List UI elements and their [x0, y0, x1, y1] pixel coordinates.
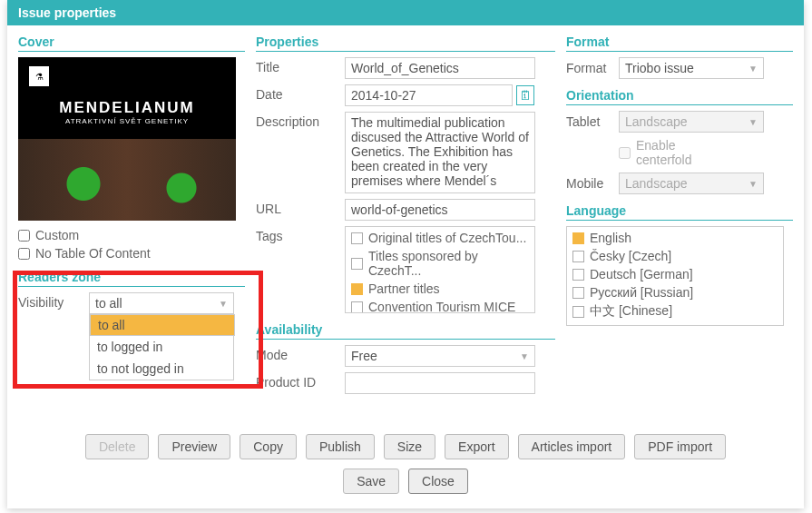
tag-item[interactable]: Convention Tourism MICE: [347, 298, 533, 313]
cover-image[interactable]: ⚗ MENDELIANUM ATRAKTIVNÍ SVĚT GENETIKY: [18, 57, 236, 221]
chevron-down-icon: ▼: [748, 179, 758, 189]
visibility-row: Visibility to all ▼ to all to logged in …: [18, 292, 245, 314]
chevron-down-icon: ▼: [219, 299, 228, 309]
no-toc-checkbox-input[interactable]: [18, 248, 30, 260]
dialog-body: Cover ⚗ MENDELIANUM ATRAKTIVNÍ SVĚT GENE…: [7, 25, 804, 409]
language-item[interactable]: English: [569, 229, 781, 247]
cover-texture: [18, 139, 236, 221]
tablet-row: Tablet Landscape ▼: [566, 111, 793, 133]
size-button[interactable]: Size: [384, 434, 435, 459]
tag-item[interactable]: Original titles of CzechTou...: [347, 229, 533, 247]
chevron-down-icon: ▼: [748, 64, 758, 74]
tablet-select-value: Landscape: [625, 114, 688, 129]
availability-section: Availability Mode Free ▼ Product ID: [256, 322, 555, 394]
chevron-down-icon: ▼: [748, 117, 758, 127]
format-row: Format Triobo issue ▼: [566, 57, 793, 79]
language-label: 中文 [Chinese]: [590, 303, 672, 320]
tags-listbox[interactable]: Original titles of CzechTou... Titles sp…: [345, 226, 535, 313]
date-input-wrap: 🗓: [345, 84, 534, 106]
language-label: Deutsch [German]: [590, 267, 693, 281]
centerfold-checkbox[interactable]: Enable centerfold: [619, 138, 664, 167]
cover-image-title: MENDELIANUM: [18, 99, 236, 117]
articles-import-button[interactable]: Articles import: [518, 434, 626, 459]
custom-checkbox-label: Custom: [35, 228, 79, 242]
visibility-select[interactable]: to all ▼: [89, 292, 234, 314]
visibility-option-logged-in[interactable]: to logged in: [90, 336, 233, 358]
language-label: Русский [Russian]: [590, 285, 693, 300]
description-textarea[interactable]: [345, 112, 535, 193]
cover-section: Cover ⚗ MENDELIANUM ATRAKTIVNÍ SVĚT GENE…: [18, 35, 245, 261]
title-input[interactable]: [345, 57, 535, 79]
availability-section-title: Availability: [256, 322, 555, 340]
properties-section-title: Properties: [256, 35, 555, 52]
mobile-select-value: Landscape: [625, 176, 688, 191]
no-toc-checkbox-label: No Table Of Content: [35, 246, 151, 261]
checkbox-icon: [572, 269, 584, 281]
date-label: Date: [256, 84, 338, 102]
language-item[interactable]: Deutsch [German]: [569, 265, 781, 283]
checkbox-icon: [351, 258, 363, 270]
orientation-section-title: Orientation: [566, 88, 793, 105]
product-id-input[interactable]: [345, 372, 535, 394]
delete-button[interactable]: Delete: [85, 434, 149, 459]
tag-label: Titles sponsored by CzechT...: [368, 249, 529, 278]
publish-button[interactable]: Publish: [306, 434, 375, 459]
url-label: URL: [256, 199, 338, 216]
export-button[interactable]: Export: [445, 434, 508, 459]
tablet-label: Tablet: [566, 114, 611, 129]
centerfold-checkbox-input[interactable]: [619, 147, 631, 159]
format-select-value: Triobo issue: [625, 61, 694, 75]
language-item[interactable]: 中文 [Chinese]: [569, 301, 781, 321]
chevron-down-icon: ▼: [520, 351, 529, 361]
url-input[interactable]: [345, 199, 535, 221]
close-button[interactable]: Close: [408, 469, 468, 494]
visibility-select-value: to all: [95, 296, 122, 311]
language-item[interactable]: Česky [Czech]: [569, 247, 781, 265]
mode-select[interactable]: Free ▼: [345, 345, 535, 367]
tablet-select[interactable]: Landscape ▼: [619, 111, 764, 133]
copy-button[interactable]: Copy: [240, 434, 297, 459]
mobile-row: Mobile Landscape ▼: [566, 173, 793, 194]
checkbox-checked-icon: [351, 283, 363, 295]
date-row: Date 🗓: [256, 84, 555, 106]
left-column: Cover ⚗ MENDELIANUM ATRAKTIVNÍ SVĚT GENE…: [18, 35, 245, 400]
calendar-icon[interactable]: 🗓: [516, 85, 534, 105]
tag-label: Original titles of CzechTou...: [368, 231, 526, 245]
save-button[interactable]: Save: [343, 469, 399, 494]
mode-select-value: Free: [351, 349, 377, 363]
custom-checkbox[interactable]: Custom: [18, 228, 245, 242]
cover-image-subtitle: ATRAKTIVNÍ SVĚT GENETIKY: [18, 117, 236, 125]
custom-checkbox-input[interactable]: [18, 230, 30, 242]
product-id-label: Product ID: [256, 372, 338, 390]
tag-item[interactable]: Titles sponsored by CzechT...: [347, 247, 533, 280]
language-listbox[interactable]: English Česky [Czech] Deutsch [German] Р…: [566, 226, 784, 326]
tag-label: Partner titles: [368, 281, 440, 296]
format-label: Format: [566, 61, 611, 75]
no-toc-checkbox[interactable]: No Table Of Content: [18, 246, 245, 261]
right-column: Format Format Triobo issue ▼ Orientation…: [566, 35, 793, 400]
language-section: Language English Česky [Czech] Deutsch […: [566, 203, 793, 326]
dialog-button-row: Save Close: [7, 469, 804, 494]
language-item[interactable]: Русский [Russian]: [569, 283, 781, 301]
description-row: Description: [256, 112, 555, 193]
mobile-label: Mobile: [566, 176, 611, 191]
language-label: Česky [Czech]: [590, 249, 671, 263]
pdf-import-button[interactable]: PDF import: [634, 434, 726, 459]
format-select[interactable]: Triobo issue ▼: [619, 57, 764, 79]
action-button-row: Delete Preview Copy Publish Size Export …: [7, 434, 804, 459]
preview-button[interactable]: Preview: [158, 434, 230, 459]
mobile-select[interactable]: Landscape ▼: [619, 173, 764, 194]
visibility-option-not-logged-in[interactable]: to not logged in: [90, 358, 233, 380]
checkbox-icon: [351, 232, 363, 244]
tag-label: Convention Tourism MICE: [368, 300, 515, 313]
date-input[interactable]: [345, 84, 513, 106]
format-section: Format Format Triobo issue ▼: [566, 35, 793, 79]
url-row: URL: [256, 199, 555, 221]
tag-item[interactable]: Partner titles: [347, 280, 533, 298]
cover-logo-icon: ⚗: [29, 66, 49, 86]
middle-column: Properties Title Date 🗓 Description: [256, 35, 555, 400]
visibility-option-all[interactable]: to all: [90, 314, 235, 336]
cover-section-title: Cover: [18, 35, 245, 52]
centerfold-label: Enable centerfold: [636, 138, 691, 167]
title-row: Title: [256, 57, 555, 79]
